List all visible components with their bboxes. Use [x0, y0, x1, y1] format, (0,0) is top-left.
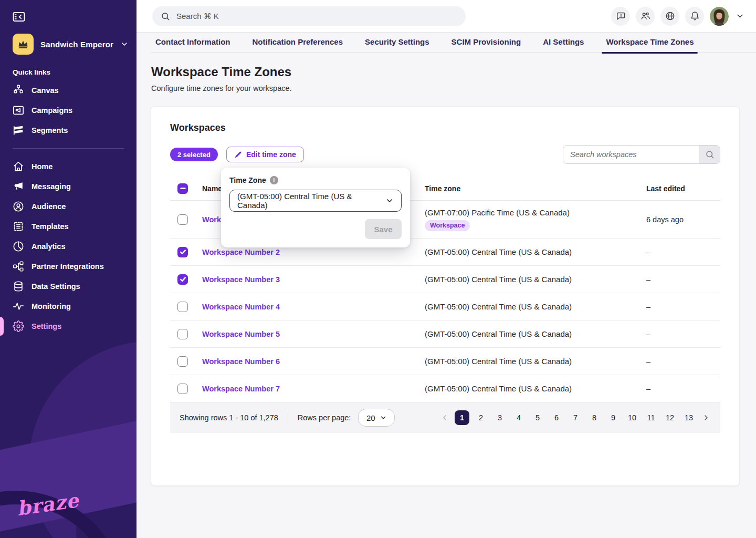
quick-link-segments[interactable]: Segments [0, 120, 136, 140]
sidebar-item-label: Templates [32, 222, 69, 231]
avatar[interactable] [710, 7, 729, 26]
time-zone-value: (GMT-05:00) Central Time (US & Canada) [425, 247, 572, 256]
workspace-search-button[interactable] [699, 146, 720, 163]
workspace-link[interactable]: Workspace Number 6 [202, 357, 425, 366]
time-zone-label-row: Time Zone i [229, 176, 402, 184]
time-zone-value: (GMT-05:00) Central Time (US & Canada) [425, 329, 572, 338]
edit-time-zone-button[interactable]: Edit time zone [226, 147, 304, 162]
tab-security-settings[interactable]: Security Settings [361, 37, 434, 53]
sidebar-item-label: Partner Integrations [32, 262, 104, 271]
tab-ai-settings[interactable]: AI Settings [539, 37, 588, 53]
selected-count-badge: 2 selected [170, 148, 218, 161]
workspace-selector[interactable]: Sandwich Emperor [13, 34, 136, 55]
page-3[interactable]: 3 [492, 410, 507, 425]
account-menu-chevron-icon[interactable] [736, 12, 744, 20]
table-row: Workspace Number 7(GMT-05:00) Central Ti… [170, 375, 720, 402]
quick-link-campaigns[interactable]: Campaigns [0, 100, 136, 120]
sidebar-item-partner-integrations[interactable]: Partner Integrations [0, 256, 136, 276]
sidebar-item-home[interactable]: Home [0, 157, 136, 177]
tab-notification-preferences[interactable]: Notification Preferences [248, 37, 348, 53]
rows-per-page-value: 20 [366, 413, 375, 422]
page-5[interactable]: 5 [530, 410, 545, 425]
rows-per-page-label: Rows per page: [298, 413, 351, 422]
sidebar-item-messaging[interactable]: Messaging [0, 177, 136, 196]
page-8[interactable]: 8 [587, 410, 602, 425]
quick-link-canvas[interactable]: Canvas [0, 80, 136, 100]
row-checkbox[interactable] [177, 247, 188, 257]
page-4[interactable]: 4 [511, 410, 526, 425]
global-search[interactable] [152, 6, 466, 26]
collapse-sidebar-icon[interactable] [12, 11, 26, 23]
last-edited-value: 6 days ago [646, 215, 720, 224]
row-checkbox[interactable] [177, 329, 188, 339]
workspace-type-badge: Workspace [425, 220, 470, 231]
select-all-checkbox[interactable] [177, 183, 188, 194]
sidebar-item-templates[interactable]: Templates [0, 216, 136, 236]
column-header-time-zone: Time zone [425, 184, 646, 193]
topbar-actions [611, 7, 744, 26]
time-zone-label: Time Zone [229, 176, 266, 184]
last-edited-value: – [646, 330, 720, 338]
table-controls: 2 selected Edit time zone [170, 145, 720, 164]
workspace-link[interactable]: Workspace Number 5 [202, 330, 425, 338]
page-1[interactable]: 1 [455, 410, 469, 425]
info-icon[interactable]: i [270, 176, 278, 184]
megaphone-icon [13, 181, 24, 192]
page-12[interactable]: 12 [663, 410, 677, 425]
tab-workspace-time-zones[interactable]: Workspace Time Zones [602, 37, 698, 53]
page-9[interactable]: 9 [606, 410, 621, 425]
time-zone-value: (GMT-07:00) Pacific Time (US & Canada) [425, 208, 570, 217]
globe-icon[interactable] [660, 7, 679, 26]
table-row: Workspace Number 3(GMT-05:00) Central Ti… [170, 266, 720, 293]
time-zone-cell: (GMT-05:00) Central Time (US & Canada) [425, 329, 646, 338]
global-search-input[interactable] [175, 11, 457, 21]
row-checkbox[interactable] [177, 356, 188, 367]
row-checkbox[interactable] [177, 274, 188, 285]
page-13[interactable]: 13 [681, 410, 696, 425]
sidebar-item-label: Settings [32, 322, 61, 330]
rows-per-page-select[interactable]: 20 [358, 409, 395, 427]
workspace-link[interactable]: Workspace Number 7 [202, 385, 425, 393]
workspace-link[interactable]: Workspace Number 2 [202, 248, 425, 256]
announcement-icon[interactable] [611, 7, 630, 26]
sidebar-item-data-settings[interactable]: Data Settings [0, 276, 136, 296]
row-checkbox[interactable] [177, 302, 188, 312]
row-checkbox[interactable] [177, 384, 188, 394]
quick-link-label: Canvas [32, 86, 59, 95]
workspace-link[interactable]: Workspace Number 3 [202, 275, 425, 284]
bell-icon[interactable] [685, 7, 704, 26]
sidebar-item-monitoring[interactable]: Monitoring [0, 296, 136, 316]
sidebar-item-label: Audience [32, 202, 66, 211]
previous-page-chevron-icon[interactable] [439, 410, 450, 425]
integrations-icon [13, 261, 24, 272]
last-edited-value: – [646, 385, 720, 393]
row-checkbox[interactable] [177, 214, 188, 225]
tab-scim-provisioning[interactable]: SCIM Provisioning [447, 37, 526, 53]
settings-tabs: Contact InformationNotification Preferen… [151, 33, 756, 53]
sidebar-item-settings[interactable]: Settings [0, 316, 136, 336]
page-11[interactable]: 11 [644, 410, 658, 425]
workspace-search [563, 145, 720, 164]
content-area: Contact InformationNotification Preferen… [136, 33, 756, 538]
page-title: Workspace Time Zones [151, 65, 756, 79]
page-10[interactable]: 10 [625, 410, 639, 425]
time-zone-cell: (GMT-05:00) Central Time (US & Canada) [425, 302, 646, 311]
page-6[interactable]: 6 [549, 410, 564, 425]
workspace-link[interactable]: Workspace Number 4 [202, 303, 425, 311]
save-button[interactable]: Save [365, 219, 402, 239]
workspace-search-input[interactable] [563, 146, 699, 163]
sidebar-item-analytics[interactable]: Analytics [0, 236, 136, 256]
time-zone-cell: (GMT-05:00) Central Time (US & Canada) [425, 357, 646, 366]
sidebar-item-audience[interactable]: Audience [0, 196, 136, 216]
main-nav: HomeMessagingAudienceTemplatesAnalyticsP… [0, 157, 136, 336]
database-icon [13, 281, 24, 292]
page-7[interactable]: 7 [568, 410, 583, 425]
next-page-chevron-icon[interactable] [700, 410, 712, 425]
braze-logo: braze [16, 489, 81, 520]
sidebar-divider [13, 148, 124, 149]
tab-contact-information[interactable]: Contact Information [151, 37, 235, 53]
sidebar: Sandwich Emperor Quick links CanvasCampa… [0, 0, 136, 538]
community-icon[interactable] [636, 7, 655, 26]
time-zone-select[interactable]: (GMT-05:00) Central Time (US & Canada) [229, 190, 402, 212]
page-2[interactable]: 2 [474, 410, 488, 425]
